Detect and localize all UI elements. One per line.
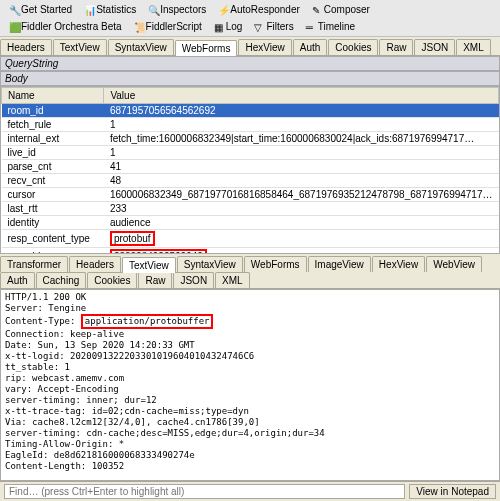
- tab-cookies[interactable]: Cookies: [328, 39, 378, 55]
- tab-raw[interactable]: Raw: [379, 39, 413, 55]
- resp-tab-imageview[interactable]: ImageView: [308, 256, 371, 272]
- tab-hexview[interactable]: HexView: [238, 39, 291, 55]
- pencil-icon: ✎: [312, 5, 322, 15]
- resp-tab-cookies[interactable]: Cookies: [87, 272, 137, 288]
- filter-icon: ▽: [254, 22, 264, 32]
- view-notepad-button[interactable]: View in Notepad: [409, 484, 496, 499]
- resp-tab-hexview[interactable]: HexView: [372, 256, 425, 272]
- filters-button[interactable]: ▽Filters: [249, 19, 298, 34]
- resp-tab-webview[interactable]: WebView: [426, 256, 482, 272]
- inspectors-button[interactable]: 🔍Inspectors: [143, 2, 211, 17]
- main-toolbar: 🔧Get Started 📊Statistics 🔍Inspectors ⚡Au…: [0, 0, 500, 37]
- orchestra-button[interactable]: 🟩Fiddler Orchestra Beta: [4, 19, 127, 34]
- table-row[interactable]: live_id1: [2, 146, 499, 160]
- form-table: Name Value room_id6871957056564562692fet…: [0, 86, 500, 254]
- table-row[interactable]: internal_extfetch_time:1600006832349|sta…: [2, 132, 499, 146]
- resp-tab-raw[interactable]: Raw: [138, 272, 172, 288]
- script-icon: 📜: [134, 22, 144, 32]
- resp-tab-transformer[interactable]: Transformer: [0, 256, 68, 272]
- request-tabs: HeadersTextViewSyntaxViewWebFormsHexView…: [0, 37, 500, 56]
- col-value[interactable]: Value: [104, 88, 499, 104]
- resp-tab-headers[interactable]: Headers: [69, 256, 121, 272]
- resp-tab-caching[interactable]: Caching: [36, 272, 87, 288]
- response-textview[interactable]: HTTP/1.1 200 OKServer: TengineContent-Ty…: [0, 289, 500, 481]
- table-row[interactable]: cursor1600006832349_6871977016816858464_…: [2, 188, 499, 202]
- querystring-header: QueryString: [0, 56, 500, 71]
- response-tabs: TransformerHeadersTextViewSyntaxViewWebF…: [0, 254, 500, 289]
- autoresponder-button[interactable]: ⚡AutoResponder: [213, 2, 305, 17]
- resp-tab-syntaxview[interactable]: SyntaxView: [177, 256, 243, 272]
- find-input[interactable]: [4, 484, 405, 499]
- tab-webforms[interactable]: WebForms: [175, 40, 238, 56]
- tab-syntaxview[interactable]: SyntaxView: [108, 39, 174, 55]
- tab-headers[interactable]: Headers: [0, 39, 52, 55]
- resp-tab-auth[interactable]: Auth: [0, 272, 35, 288]
- search-icon: 🔍: [148, 5, 158, 15]
- get-started-button[interactable]: 🔧Get Started: [4, 2, 77, 17]
- tab-json[interactable]: JSON: [414, 39, 455, 55]
- bolt-icon: ⚡: [218, 5, 228, 15]
- resp-tab-json[interactable]: JSON: [173, 272, 214, 288]
- tab-auth[interactable]: Auth: [293, 39, 328, 55]
- tab-textview[interactable]: TextView: [53, 39, 107, 55]
- log-button[interactable]: ▦Log: [209, 19, 248, 34]
- col-name[interactable]: Name: [2, 88, 104, 104]
- resp-tab-xml[interactable]: XML: [215, 272, 250, 288]
- wrench-icon: 🔧: [9, 5, 19, 15]
- table-row[interactable]: resp_content_typeprotobuf: [2, 230, 499, 248]
- statistics-button[interactable]: 📊Statistics: [79, 2, 141, 17]
- table-row[interactable]: recv_cnt48: [2, 174, 499, 188]
- timeline-icon: ═: [306, 22, 316, 32]
- resp-tab-webforms[interactable]: WebForms: [244, 256, 307, 272]
- table-row[interactable]: fetch_rule1: [2, 118, 499, 132]
- table-row[interactable]: last_rtt233: [2, 202, 499, 216]
- tab-xml[interactable]: XML: [456, 39, 491, 55]
- stats-icon: 📊: [84, 5, 94, 15]
- timeline-button[interactable]: ═Timeline: [301, 19, 360, 34]
- resp-tab-textview[interactable]: TextView: [122, 257, 176, 273]
- body-header: Body: [0, 71, 500, 86]
- table-row[interactable]: identityaudience: [2, 216, 499, 230]
- table-row[interactable]: parse_cnt41: [2, 160, 499, 174]
- log-icon: ▦: [214, 22, 224, 32]
- composer-button[interactable]: ✎Composer: [307, 2, 375, 17]
- table-row[interactable]: room_id6871957056564562692: [2, 104, 499, 118]
- orchestra-icon: 🟩: [9, 22, 19, 32]
- status-bar: View in Notepad: [0, 481, 500, 501]
- fiddlerscript-button[interactable]: 📜FiddlerScript: [129, 19, 207, 34]
